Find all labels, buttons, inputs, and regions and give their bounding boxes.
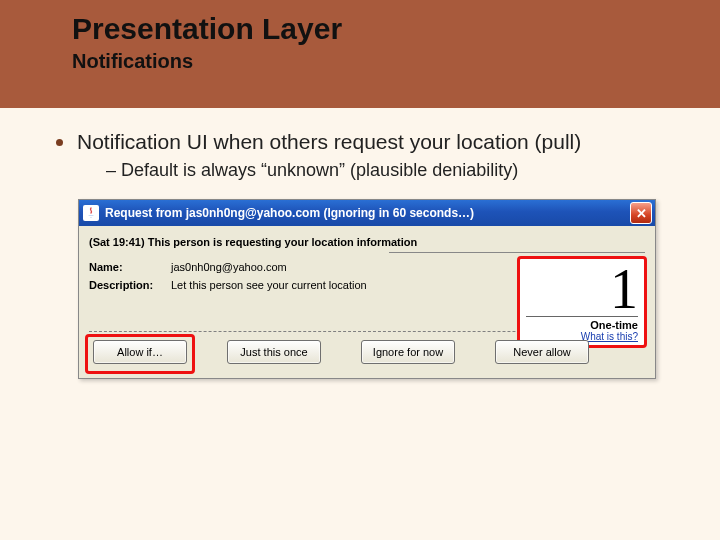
java-icon: [83, 205, 99, 221]
close-icon: ✕: [636, 206, 647, 221]
divider: [389, 252, 645, 253]
name-label: Name:: [89, 261, 171, 273]
slide-header: Presentation Layer Notifications: [0, 0, 720, 108]
notification-dialog: Request from jas0nh0ng@yahoo.com (Ignori…: [78, 199, 656, 379]
slide-subtitle: Notifications: [72, 50, 720, 73]
name-value: jas0nh0ng@yahoo.com: [171, 261, 287, 273]
bullet-dot-icon: [56, 139, 63, 146]
slide-title: Presentation Layer: [72, 12, 720, 46]
dialog-titlebar: Request from jas0nh0ng@yahoo.com (Ignori…: [79, 200, 655, 226]
ignore-for-now-button[interactable]: Ignore for now: [361, 340, 455, 364]
bullet-main: Notification UI when others request your…: [56, 130, 692, 154]
description-label: Description:: [89, 279, 171, 291]
dialog-title: Request from jas0nh0ng@yahoo.com (Ignori…: [105, 206, 630, 220]
slide-body: Notification UI when others request your…: [0, 108, 720, 379]
one-time-number: 1: [526, 262, 638, 317]
button-row: Allow if… Just this once Ignore for now …: [89, 340, 645, 372]
allow-if-button[interactable]: Allow if…: [93, 340, 187, 364]
one-time-label: One-time: [526, 319, 638, 331]
bullet-main-text: Notification UI when others request your…: [77, 130, 581, 154]
just-this-once-button[interactable]: Just this once: [227, 340, 321, 364]
close-button[interactable]: ✕: [630, 202, 652, 224]
description-value: Let this person see your current locatio…: [171, 279, 367, 291]
request-summary: (Sat 19:41) This person is requesting yo…: [89, 236, 645, 248]
dialog-body: (Sat 19:41) This person is requesting yo…: [79, 226, 655, 378]
one-time-panel: 1 One-time What is this?: [517, 256, 647, 348]
bullet-sub: – Default is always “unknown” (plausible…: [106, 160, 692, 181]
never-allow-button[interactable]: Never allow: [495, 340, 589, 364]
